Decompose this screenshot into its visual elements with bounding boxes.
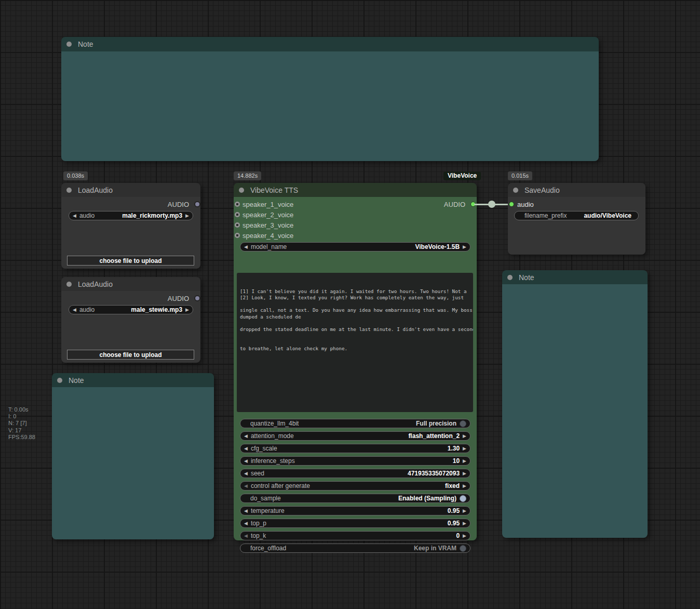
- widget-cfg-scale[interactable]: ◀ cfg_scale 1.30 ▶: [240, 444, 470, 453]
- loadaudio-node-1[interactable]: LoadAudio AUDIO ◀ audio male_rickmorty.m…: [61, 183, 200, 269]
- combo-right-arrow-icon[interactable]: ▶: [463, 481, 466, 491]
- combo-label: audio: [79, 212, 119, 219]
- speaker-1-voice-input-port[interactable]: [235, 202, 240, 207]
- filename-prefix-widget[interactable]: filename_prefix audio/VibeVoice: [514, 211, 639, 220]
- note-node-right[interactable]: Note: [502, 270, 648, 538]
- widget-quantize-llm-4bit[interactable]: quantize_llm_4bit Full precision: [240, 419, 470, 428]
- loadaudio1-header[interactable]: LoadAudio: [61, 183, 200, 197]
- saveaudio-body[interactable]: audio filename_prefix audio/VibeVoice: [508, 197, 645, 255]
- widget-attention-mode[interactable]: ◀ attention_mode flash_attention_2 ▶: [240, 431, 470, 441]
- widget-force-offload[interactable]: force_offload Keep in VRAM: [240, 544, 470, 553]
- combo-right-arrow-icon[interactable]: ▶: [463, 242, 466, 251]
- note-right-body[interactable]: [502, 284, 648, 538]
- combo-right-arrow-icon[interactable]: ▶: [463, 431, 466, 441]
- combo-left-arrow-icon[interactable]: ◀: [244, 242, 248, 251]
- collapse-dot-icon[interactable]: [66, 42, 72, 47]
- exec-time-badge-save: 0.015s: [508, 171, 532, 180]
- increment-arrow-icon[interactable]: ▶: [463, 456, 466, 466]
- vibevoice-body[interactable]: speaker_1_voice speaker_2_voice speaker_…: [234, 197, 477, 540]
- widget-do-sample[interactable]: do_sample Enabled (Sampling): [240, 494, 470, 503]
- note-mid-header[interactable]: Note: [52, 373, 214, 387]
- speaker-2-voice-input-port[interactable]: [235, 212, 240, 217]
- decrement-arrow-icon[interactable]: ◀: [244, 469, 248, 478]
- increment-arrow-icon[interactable]: ▶: [463, 444, 466, 453]
- collapse-dot-icon[interactable]: [57, 378, 62, 383]
- increment-arrow-icon[interactable]: ▶: [463, 506, 466, 515]
- combo-right-arrow-icon[interactable]: ▶: [185, 211, 189, 220]
- saveaudio-header[interactable]: SaveAudio: [508, 183, 645, 197]
- decrement-arrow-icon[interactable]: ◀: [244, 506, 248, 515]
- speaker-1-voice-label: speaker_1_voice: [243, 201, 293, 208]
- widget-temperature[interactable]: ◀ temperature 0.95 ▶: [240, 506, 470, 515]
- choose-file-button[interactable]: choose file to upload: [67, 256, 194, 266]
- combo-left-arrow-icon[interactable]: ◀: [244, 481, 248, 491]
- combo-value: VibeVoice-1.5B: [415, 243, 460, 250]
- widget-inference-steps[interactable]: ◀ inference_steps 10 ▶: [240, 456, 470, 466]
- loadaudio-node-2[interactable]: LoadAudio AUDIO ◀ audio male_stewie.mp3 …: [61, 277, 200, 363]
- note-top-header[interactable]: Note: [61, 37, 599, 51]
- model-name-combo[interactable]: ◀ model_name VibeVoice-1.5B ▶: [240, 242, 470, 251]
- collapse-dot-icon[interactable]: [66, 282, 72, 287]
- collapse-dot-icon[interactable]: [507, 275, 513, 280]
- link-midpoint-handle[interactable]: [488, 201, 495, 208]
- widget-top-k[interactable]: ◀ top_k 0 ▶: [240, 531, 470, 540]
- speaker-3-voice-input-port[interactable]: [235, 222, 240, 228]
- saveaudio-node[interactable]: SaveAudio audio filename_prefix audio/Vi…: [508, 183, 645, 255]
- speaker-4-voice-label: speaker_4_voice: [243, 232, 293, 240]
- loadaudio2-body[interactable]: AUDIO ◀ audio male_stewie.mp3 ▶ choose f…: [61, 291, 200, 363]
- toggle-off-icon[interactable]: [460, 420, 466, 427]
- increment-arrow-icon[interactable]: ▶: [463, 519, 466, 528]
- combo-left-arrow-icon[interactable]: ◀: [73, 305, 76, 314]
- note-right-header[interactable]: Note: [502, 270, 648, 284]
- audio-input-port[interactable]: [509, 202, 514, 207]
- audio-file-combo[interactable]: ◀ audio male_stewie.mp3 ▶: [69, 305, 193, 314]
- speaker-4-voice-input-port[interactable]: [235, 233, 240, 238]
- audio-output-label: AUDIO: [168, 201, 189, 208]
- increment-arrow-icon[interactable]: ▶: [463, 469, 466, 478]
- choose-file-button[interactable]: choose file to upload: [67, 350, 194, 360]
- combo-value: male_rickmorty.mp3: [122, 212, 182, 219]
- audio-output-port[interactable]: [194, 295, 200, 301]
- collapse-dot-icon[interactable]: [66, 188, 72, 193]
- widget-control-after-generate[interactable]: ◀ control after generate fixed ▶: [240, 481, 470, 491]
- node-graph-canvas[interactable]: T: 0.00s I: 0 N: 7 [7] V: 17 FPS:59.88 N…: [0, 0, 700, 609]
- decrement-arrow-icon[interactable]: ◀: [244, 531, 248, 540]
- loadaudio1-body[interactable]: AUDIO ◀ audio male_rickmorty.mp3 ▶ choos…: [61, 197, 200, 269]
- note-node-mid[interactable]: Note: [52, 373, 214, 539]
- toggle-off-icon[interactable]: [460, 545, 466, 552]
- increment-arrow-icon[interactable]: ▶: [463, 531, 466, 540]
- combo-label: model_name: [251, 243, 412, 250]
- note-node-top[interactable]: Note: [61, 37, 599, 161]
- collapse-dot-icon[interactable]: [513, 188, 518, 193]
- collapse-dot-icon[interactable]: [239, 188, 244, 193]
- loadaudio1-title: LoadAudio: [78, 186, 113, 194]
- saveaudio-title: SaveAudio: [524, 186, 560, 194]
- decrement-arrow-icon[interactable]: ◀: [244, 519, 248, 528]
- widget-seed[interactable]: ◀ seed 471935335072093 ▶: [240, 469, 470, 478]
- stat-nodes: N: 7 [7]: [8, 420, 35, 427]
- widget-top-p[interactable]: ◀ top_p 0.95 ▶: [240, 519, 470, 528]
- note-right-title: Note: [519, 273, 534, 282]
- note-top-body[interactable]: [61, 51, 599, 161]
- toggle-on-icon[interactable]: [460, 495, 466, 502]
- loadaudio2-header[interactable]: LoadAudio: [61, 277, 200, 291]
- combo-left-arrow-icon[interactable]: ◀: [73, 211, 76, 220]
- decrement-arrow-icon[interactable]: ◀: [244, 444, 248, 453]
- audio-output-port[interactable]: [194, 201, 200, 207]
- combo-label: audio: [79, 306, 128, 313]
- loadaudio2-title: LoadAudio: [78, 280, 113, 288]
- speaker-2-voice-label: speaker_2_voice: [243, 211, 293, 219]
- vibevoice-tts-node[interactable]: VibeVoice TTS speaker_1_voice speaker_2_…: [234, 183, 477, 540]
- note-mid-body[interactable]: [52, 387, 214, 539]
- decrement-arrow-icon[interactable]: ◀: [244, 456, 248, 466]
- combo-left-arrow-icon[interactable]: ◀: [244, 431, 248, 441]
- stat-time: T: 0.00s: [8, 406, 35, 413]
- note-mid-title: Note: [69, 376, 84, 385]
- exec-time-badge-load1: 0.038s: [63, 171, 88, 180]
- script-text-area[interactable]: [1] I can't believe you did it again. I …: [237, 273, 473, 412]
- audio-input-label: audio: [517, 201, 534, 208]
- combo-right-arrow-icon[interactable]: ▶: [185, 305, 189, 314]
- audio-file-combo[interactable]: ◀ audio male_rickmorty.mp3 ▶: [69, 211, 193, 220]
- stat-iterations: I: 0: [8, 413, 35, 420]
- vibevoice-header[interactable]: VibeVoice TTS: [234, 183, 477, 197]
